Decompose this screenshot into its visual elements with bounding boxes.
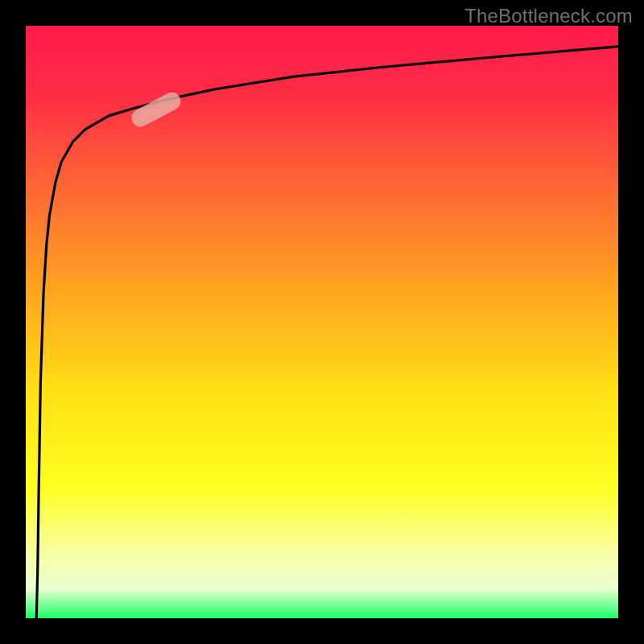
watermark-text: TheBottleneck.com bbox=[464, 5, 633, 27]
frame-right bbox=[618, 0, 644, 644]
frame-bottom bbox=[0, 618, 644, 644]
frame-left bbox=[0, 0, 26, 644]
curve-line bbox=[26, 26, 618, 618]
plot-area bbox=[26, 26, 618, 618]
